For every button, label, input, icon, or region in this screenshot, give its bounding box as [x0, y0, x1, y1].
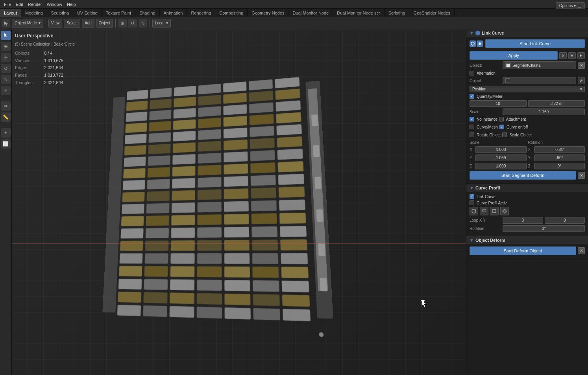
viewport[interactable]: User Perspective (5) Scene Collection | …	[12, 29, 466, 375]
sidebar-rotate-tool[interactable]: ↺	[1, 64, 11, 73]
menu-render[interactable]: Render	[26, 1, 44, 7]
attachment-checkbox[interactable]	[499, 117, 504, 121]
no-instance-checkbox[interactable]: ✓	[470, 117, 474, 121]
scale-object-label: Scale Object	[509, 133, 532, 137]
start-deform-button[interactable]: Start Deform Object	[470, 246, 576, 255]
object2-edit-btn[interactable]	[578, 77, 585, 84]
select-btn[interactable]: Select	[64, 19, 80, 28]
link-curve-badge-icon	[470, 40, 476, 47]
add-btn[interactable]: Add	[82, 19, 94, 28]
tab-shading[interactable]: Shading	[135, 9, 159, 17]
position-dropdown[interactable]: Position ▾	[470, 86, 585, 92]
curve-profil-activ-checkbox[interactable]	[470, 200, 474, 205]
apply-button[interactable]: Apply	[470, 51, 558, 60]
tab-geoshaider-nodes[interactable]: GeoShaider Nodes	[409, 9, 455, 17]
sidebar-cursor-tool[interactable]: ⊕	[1, 42, 11, 51]
segment-deform-close-btn[interactable]: ✕	[578, 172, 585, 179]
object-selector[interactable]: ⬜ SegmentChain1	[503, 61, 576, 69]
tab-compositing[interactable]: Compositing	[215, 9, 248, 17]
profile-square-icon[interactable]	[490, 207, 499, 215]
sidebar-select-tool[interactable]	[1, 31, 11, 40]
deform-close-btn[interactable]: ✕	[578, 247, 585, 254]
scale-object-check: Scale Object	[502, 132, 532, 137]
svg-rect-41	[276, 124, 302, 136]
object-close-btn[interactable]: ✕	[578, 62, 585, 69]
menu-edit[interactable]: Edit	[13, 1, 26, 7]
tab-modeling[interactable]: Modeling	[21, 9, 47, 17]
start-segment-deform-button[interactable]: Start Segment Deform	[470, 171, 576, 180]
sidebar-add-tool[interactable]: +	[1, 128, 11, 138]
curve-onoff-checkbox[interactable]: ✓	[499, 125, 504, 129]
tab-dual-monitor-node[interactable]: Dual Monitor Node	[288, 9, 333, 17]
svg-rect-114	[170, 266, 194, 277]
vertices-value: 1,010,675	[44, 57, 75, 64]
object-deform-header[interactable]: ▼ Object Deform	[466, 236, 588, 244]
sidebar-scale-tool[interactable]: ⤡	[1, 75, 11, 84]
object2-color-swatch[interactable]	[505, 78, 510, 83]
svg-rect-47	[250, 138, 275, 149]
scale-y-value[interactable]: 1.069	[475, 154, 527, 161]
quantity-meter-checkbox[interactable]: ✓	[470, 94, 474, 99]
curve-mesh-checkbox[interactable]	[470, 125, 474, 129]
svg-rect-71	[147, 191, 170, 202]
sidebar-transform-tool[interactable]: ⌖	[1, 86, 11, 95]
tab-dual-monitor-node-scr[interactable]: Dual Monitor Node scr	[333, 9, 384, 17]
transform-global-dropdown[interactable]: Local ▾	[152, 19, 171, 28]
rot-y-value[interactable]: -90°	[534, 154, 585, 161]
tab-scripting[interactable]: Scripting	[385, 9, 410, 17]
profil-rotation-value[interactable]: 0°	[503, 225, 585, 232]
toolbar-move-icon[interactable]: ⊕	[118, 19, 127, 28]
svg-rect-100	[171, 240, 195, 251]
tab-texture-paint[interactable]: Texture Paint	[102, 9, 135, 17]
apply-s-btn[interactable]: S	[559, 52, 567, 59]
sidebar-frames-tool[interactable]: ⬜	[1, 139, 11, 149]
object-btn[interactable]: Object	[96, 19, 113, 28]
menu-help[interactable]: Help	[65, 1, 78, 7]
sidebar-measure-tool[interactable]: 📏	[1, 112, 11, 122]
rot-x-value[interactable]: -0.81°	[534, 146, 585, 153]
scale-value[interactable]: 1.160	[503, 108, 585, 115]
profil-link-curve-checkbox[interactable]: ✓	[470, 194, 474, 199]
tab-animation[interactable]: Animation	[160, 9, 187, 17]
rot-z-value[interactable]: 0°	[534, 163, 585, 169]
link-curve-header[interactable]: ▼ Link Curve	[466, 29, 588, 37]
loop-y-value[interactable]: 0	[545, 217, 585, 224]
apply-r-btn[interactable]: R	[568, 52, 576, 59]
svg-rect-51	[172, 154, 196, 165]
menu-window[interactable]: Window	[44, 1, 65, 7]
svg-rect-61	[250, 162, 276, 173]
sidebar-move-tool[interactable]: ✛	[1, 53, 11, 62]
toolbar-rotate-icon[interactable]: ↺	[128, 19, 137, 28]
start-link-curve-row: Start Link Curve	[470, 39, 585, 50]
profile-circle-icon[interactable]	[470, 207, 478, 215]
rotate-object-checkbox[interactable]	[470, 132, 474, 137]
tab-rendering[interactable]: Rendering	[187, 9, 215, 17]
toolbar-scale-icon[interactable]: ⤡	[139, 19, 147, 28]
tab-uv-editing[interactable]: UV Editing	[73, 9, 102, 17]
tab-geometry-nodes[interactable]: Geometry Nodes	[248, 9, 288, 17]
start-link-curve-button[interactable]: Start Link Curve	[485, 39, 585, 48]
object2-selector[interactable]	[503, 77, 576, 84]
apply-p-btn[interactable]: P	[577, 52, 585, 59]
alternation-checkbox[interactable]	[470, 71, 474, 75]
tab-add-plus[interactable]: +	[455, 9, 463, 17]
toolbar-icon-select[interactable]	[2, 19, 10, 28]
loop-x-value[interactable]: 0	[503, 217, 543, 224]
options-button[interactable]: Options ▾	[556, 2, 585, 9]
scale-x-value[interactable]: 1.000	[475, 146, 527, 153]
profile-half-circle-icon[interactable]	[480, 207, 488, 215]
curve-profil-header[interactable]: ▼ Curve Profil	[466, 184, 588, 192]
sidebar-annotate-tool[interactable]: ✏	[1, 101, 11, 111]
meter-value[interactable]: 3.72 m	[528, 100, 585, 107]
mode-dropdown[interactable]: Object Mode ▾	[12, 19, 43, 28]
svg-rect-127	[143, 292, 167, 303]
view-btn[interactable]: View	[48, 19, 63, 28]
scale-z-value[interactable]: 1.000	[475, 163, 527, 169]
tab-sculpting[interactable]: Sculpting	[47, 9, 73, 17]
menu-file[interactable]: File	[2, 1, 13, 7]
tab-layout[interactable]: Layout	[0, 9, 21, 17]
svg-marker-4	[4, 33, 7, 37]
quantity-value[interactable]: 10	[470, 100, 527, 107]
profile-diamond-icon[interactable]	[500, 207, 509, 215]
scale-object-checkbox[interactable]	[502, 132, 507, 137]
